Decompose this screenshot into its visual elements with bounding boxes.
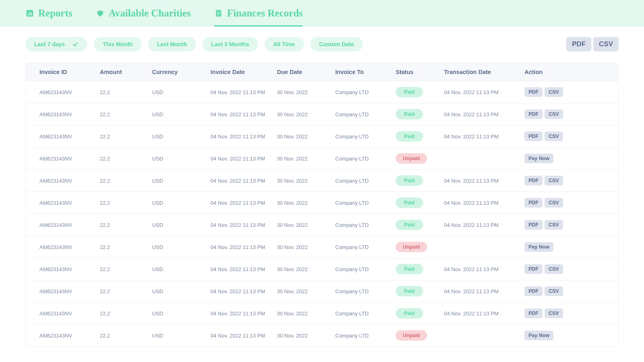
- cell-amount: 22.2: [100, 333, 152, 339]
- cell-currency: USD: [152, 89, 211, 95]
- svg-rect-7: [217, 15, 219, 16]
- table-row: Afd623143NV22.2USD04 Nov. 2022 11:13 PM3…: [26, 236, 618, 258]
- status-badge: Paid: [396, 308, 423, 319]
- col-amount: Amount: [100, 69, 152, 75]
- cell-invoice-id: Afd623143NV: [39, 311, 100, 317]
- controls-row: Last 7 days This Month Last Month Last 3…: [25, 37, 619, 51]
- chip-label: Last 7 days: [34, 41, 65, 47]
- filter-all-time[interactable]: All Time: [264, 37, 304, 51]
- filter-this-month[interactable]: This Month: [94, 37, 142, 51]
- cell-currency: USD: [152, 134, 211, 140]
- chip-label: Last Month: [157, 41, 187, 47]
- row-csv-button[interactable]: CSV: [545, 286, 563, 296]
- cell-due-date: 30 Nov. 2022: [277, 111, 335, 117]
- cell-actions: PDFCSV: [524, 87, 573, 97]
- tab-reports[interactable]: Reports: [25, 0, 72, 27]
- cell-invoice-to: Company LTD: [335, 89, 396, 95]
- cell-amount: 22.2: [100, 200, 152, 206]
- col-invoice-date: Invoice Date: [211, 69, 277, 75]
- cell-invoice-id: Afd623143NV: [39, 200, 100, 206]
- document-icon: [214, 9, 223, 18]
- cell-status: Unpaid: [396, 330, 444, 341]
- row-pdf-button[interactable]: PDF: [524, 198, 543, 208]
- cell-due-date: 30 Nov. 2022: [277, 288, 335, 294]
- cell-invoice-date: 04 Nov. 2022 11:13 PM: [211, 178, 277, 184]
- cell-invoice-id: Afd623143NV: [39, 266, 100, 272]
- main-nav: Reports Available Charities Finances Rec…: [0, 0, 644, 27]
- cell-actions: Pay Now: [524, 154, 573, 163]
- table-row: Afd623143NV22.2USD04 Nov. 2022 11:13 PM3…: [26, 169, 618, 191]
- cell-status: Paid: [396, 220, 444, 230]
- tab-finances-records[interactable]: Finances Records: [214, 0, 303, 27]
- row-csv-button[interactable]: CSV: [545, 176, 563, 185]
- table-row: Afd623143NV22.2USD04 Nov. 2022 11:13 PM3…: [26, 258, 618, 280]
- cell-amount: 22.2: [100, 266, 152, 272]
- cell-currency: USD: [152, 156, 211, 162]
- cell-amount: 22.2: [100, 89, 152, 95]
- filter-last-7-days[interactable]: Last 7 days: [25, 37, 87, 51]
- row-pdf-button[interactable]: PDF: [524, 176, 543, 185]
- row-csv-button[interactable]: CSV: [545, 264, 563, 274]
- bar-chart-icon: [25, 9, 34, 18]
- tab-charities[interactable]: Available Charities: [96, 0, 191, 27]
- row-pdf-button[interactable]: PDF: [524, 309, 543, 318]
- cell-invoice-id: Afd623143NV: [39, 222, 100, 228]
- cell-invoice-to: Company LTD: [335, 244, 396, 250]
- cell-actions: PDFCSV: [524, 286, 573, 296]
- cell-amount: 22.2: [100, 134, 152, 140]
- row-csv-button[interactable]: CSV: [545, 220, 563, 230]
- cell-due-date: 30 Nov. 2022: [277, 156, 335, 162]
- status-badge: Paid: [396, 264, 423, 274]
- col-action: Action: [524, 69, 573, 75]
- cell-status: Paid: [396, 197, 444, 208]
- status-badge: Paid: [396, 197, 423, 208]
- pay-now-button[interactable]: Pay Now: [524, 331, 553, 340]
- export-pdf-button[interactable]: PDF: [566, 37, 591, 51]
- cell-amount: 22.2: [100, 156, 152, 162]
- col-invoice-to: Invoice To: [335, 69, 396, 75]
- cell-invoice-date: 04 Nov. 2022 11:13 PM: [211, 311, 277, 317]
- export-csv-button[interactable]: CSV: [593, 37, 619, 51]
- row-csv-button[interactable]: CSV: [545, 87, 563, 97]
- cell-invoice-to: Company LTD: [335, 311, 396, 317]
- cell-invoice-date: 04 Nov. 2022 11:13 PM: [211, 222, 277, 228]
- cell-status: Paid: [396, 175, 444, 186]
- cell-status: Paid: [396, 87, 444, 97]
- row-pdf-button[interactable]: PDF: [524, 132, 543, 141]
- row-pdf-button[interactable]: PDF: [524, 220, 543, 230]
- row-csv-button[interactable]: CSV: [545, 109, 563, 119]
- filter-custom-date[interactable]: Custom Date: [310, 37, 363, 51]
- row-pdf-button[interactable]: PDF: [524, 286, 543, 296]
- cell-transaction-date: 04 Nov. 2022 11:13 PM: [444, 134, 524, 140]
- svg-rect-1: [28, 13, 29, 16]
- cell-due-date: 30 Nov. 2022: [277, 266, 335, 272]
- row-csv-button[interactable]: CSV: [545, 198, 563, 208]
- cell-amount: 22.2: [100, 311, 152, 317]
- cell-due-date: 30 Nov. 2022: [277, 222, 335, 228]
- filter-last-3-months[interactable]: Last 3 Months: [202, 37, 258, 51]
- cell-invoice-id: Afd623143NV: [39, 111, 100, 117]
- filter-last-month[interactable]: Last Month: [148, 37, 196, 51]
- cell-invoice-to: Company LTD: [335, 333, 396, 339]
- pay-now-button[interactable]: Pay Now: [524, 154, 553, 163]
- table-row: Afd623143NV22.2USD04 Nov. 2022 11:13 PM3…: [26, 125, 618, 147]
- tab-label: Finances Records: [227, 8, 303, 19]
- row-pdf-button[interactable]: PDF: [524, 109, 543, 119]
- check-icon: [72, 41, 78, 47]
- tab-label: Reports: [38, 8, 72, 19]
- chip-label: This Month: [103, 41, 133, 47]
- cell-invoice-id: Afd623143NV: [39, 288, 100, 294]
- cell-transaction-date: 04 Nov. 2022 11:13 PM: [444, 178, 524, 184]
- row-csv-button[interactable]: CSV: [545, 132, 563, 141]
- row-pdf-button[interactable]: PDF: [524, 264, 543, 274]
- cell-currency: USD: [152, 266, 211, 272]
- pay-now-button[interactable]: Pay Now: [524, 242, 553, 252]
- row-pdf-button[interactable]: PDF: [524, 87, 543, 97]
- cell-invoice-id: Afd623143NV: [39, 89, 100, 95]
- cell-due-date: 30 Nov. 2022: [277, 134, 335, 140]
- status-badge: Paid: [396, 175, 423, 186]
- table-row: Afd623143NV22.2USD04 Nov. 2022 11:13 PM3…: [26, 81, 618, 103]
- cell-actions: PDFCSV: [524, 109, 573, 119]
- svg-rect-2: [29, 12, 30, 15]
- row-csv-button[interactable]: CSV: [545, 309, 563, 318]
